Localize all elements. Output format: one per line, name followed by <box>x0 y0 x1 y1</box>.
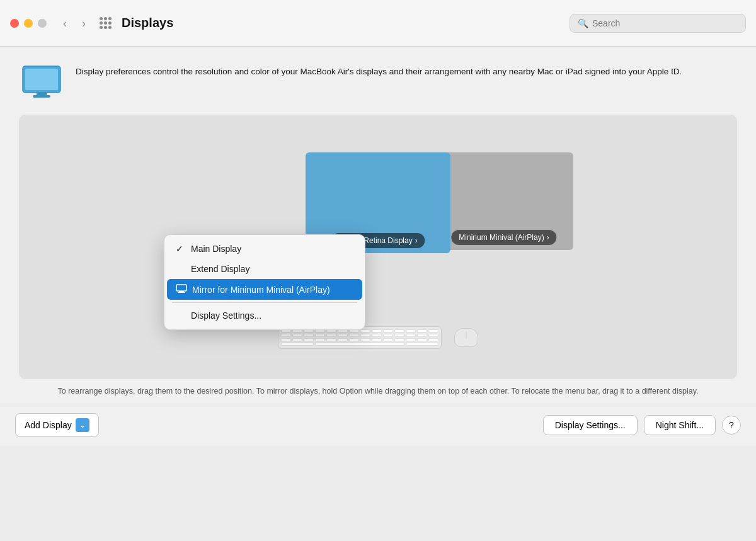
minimize-button[interactable] <box>24 19 33 28</box>
checkmark-icon: ✓ <box>176 244 186 254</box>
night-shift-button[interactable]: Night Shift... <box>644 415 716 435</box>
grid-icon[interactable] <box>100 17 112 29</box>
titlebar: ‹ › Displays 🔍 <box>0 0 756 47</box>
display-settings-button[interactable]: Display Settings... <box>543 415 638 435</box>
airplay-display[interactable]: Mininum Minival (AirPlay) › <box>435 152 573 250</box>
description-row: Display preferences control the resoluti… <box>19 62 737 102</box>
display-icon-box <box>19 62 64 102</box>
mirror-icon <box>176 284 187 295</box>
mouse-icon <box>454 328 478 347</box>
displays-container: Built-in Retina Display › Mininum Miniva… <box>38 134 718 310</box>
svg-rect-3 <box>33 95 50 98</box>
search-input[interactable] <box>592 18 738 28</box>
add-display-chevron-icon: ⌄ <box>76 418 89 432</box>
empty-checkmark-2 <box>176 310 186 321</box>
add-display-button[interactable]: Add Display ⌄ <box>15 413 99 437</box>
dropdown-item-mirror[interactable]: Mirror for Mininum Minival (AirPlay) <box>167 279 362 300</box>
back-button[interactable]: ‹ <box>59 15 71 31</box>
forward-button[interactable]: › <box>78 15 89 31</box>
search-icon: 🔍 <box>578 18 588 28</box>
arrangement-area: Built-in Retina Display › Mininum Miniva… <box>19 115 737 379</box>
bottom-toolbar: Add Display ⌄ Display Settings... Night … <box>0 404 756 446</box>
page-title: Displays <box>122 16 562 30</box>
traffic-lights <box>10 19 47 28</box>
dropdown-item-settings[interactable]: Display Settings... <box>164 305 365 326</box>
close-button[interactable] <box>10 19 19 28</box>
dropdown-divider <box>172 302 357 303</box>
airplay-display-label: Mininum Minival (AirPlay) › <box>451 230 556 245</box>
main-content: Display preferences control the resoluti… <box>0 47 756 404</box>
maximize-button[interactable] <box>38 19 47 28</box>
description-text: Display preferences control the resoluti… <box>76 62 682 78</box>
help-button[interactable]: ? <box>722 416 741 435</box>
svg-rect-6 <box>178 292 185 293</box>
dropdown-item-main[interactable]: ✓ Main Display <box>164 239 365 259</box>
svg-rect-1 <box>25 69 58 90</box>
display-icon <box>21 65 62 99</box>
footer-text: To rearrange displays, drag them to the … <box>19 379 737 404</box>
dropdown-item-extend[interactable]: Extend Display <box>164 259 365 279</box>
dropdown-menu: ✓ Main Display Extend Display <box>164 234 365 330</box>
add-display-label: Add Display <box>25 420 72 430</box>
search-bar[interactable]: 🔍 <box>570 14 746 33</box>
svg-rect-5 <box>179 291 184 292</box>
svg-rect-4 <box>176 285 186 291</box>
svg-rect-2 <box>37 93 47 95</box>
empty-checkmark <box>176 264 186 274</box>
